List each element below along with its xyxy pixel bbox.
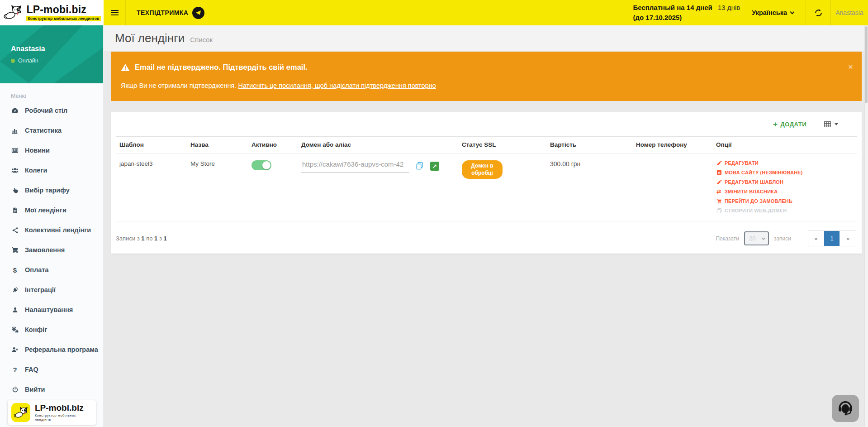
user-plus-icon [11,346,19,353]
svg-text:A: A [718,171,721,175]
edit-icon [716,179,722,185]
landings-table: Шаблон Назва Активно Домен або аліас Ста… [116,136,857,221]
dog-logo-icon [11,403,30,422]
scrollbar-thumb[interactable] [865,26,868,103]
option-go-to-orders[interactable]: ПЕРЕЙТИ ДО ЗАМОВЛЕНЬ [716,198,854,204]
table-footer: Записи з 1 по 1 з 1 Показати 20 записи «… [111,221,862,248]
copy-icon [416,162,423,170]
records-label: записи [774,235,791,242]
dashboard-icon [11,107,19,114]
footer-logo-subtitle: Конструктор мобільних лендінгів [35,413,92,422]
menu-section-label: Меню [0,83,103,101]
topbar-username[interactable]: Anastasia [831,9,868,16]
card-toolbar: + ДОДАТИ [111,112,862,136]
chevron-down-icon [762,236,765,240]
topbar: LP-mobi.biz Конструктор мобильных лендин… [0,0,868,25]
sidebar-item-colleagues[interactable]: Колеги [0,160,103,180]
add-landing-button[interactable]: + ДОДАТИ [773,120,806,128]
telegram-icon [192,7,204,19]
alert-title: Email не підтверджено. Підтвердіть свій … [135,63,308,72]
plug-icon [11,287,19,293]
show-label: Показати [716,235,739,242]
page-subtitle: Список [190,36,213,43]
cell-template: japan-steel3 [116,154,187,221]
plus-icon: + [773,120,778,128]
sidebar-item-news[interactable]: Новини [0,140,103,160]
copy-domain-button[interactable] [416,162,423,172]
chevron-down-icon [790,10,795,14]
support-label: ТЕХПІДТРИМКА [137,9,188,16]
trial-until: (до 17.10.2025) [633,13,740,23]
sidebar-item-statistics[interactable]: Статистика [0,120,103,140]
sidebar-item-faq[interactable]: ? FAQ [0,360,103,379]
logo-subtitle: Конструктор мобильных лендингов [26,16,100,21]
option-site-language[interactable]: A МОВА САЙТУ (НЕЗМІНЮВАНЕ) [716,170,854,175]
users-icon [11,167,19,174]
hand-pointer-icon [11,187,19,194]
clone-icon [716,208,722,213]
open-site-button[interactable]: ↗ [430,162,439,171]
online-status-dot [11,59,15,63]
table-header-row: Шаблон Назва Активно Домен або аліас Ста… [116,137,857,154]
support-chat-button[interactable] [832,395,859,422]
sidebar-item-orders[interactable]: Замовлення [0,240,103,260]
sidebar-item-logout[interactable]: Вийти [0,379,103,399]
logo-title: LP-mobi.biz [26,5,86,15]
sidebar-item-payment[interactable]: $ Оплата [0,260,103,280]
language-select[interactable]: Українська [752,9,794,16]
support-link[interactable]: ТЕХПІДТРИМКА [137,7,204,19]
close-icon[interactable]: × [848,62,853,71]
column-visibility-button[interactable] [824,120,838,128]
active-toggle[interactable] [251,160,271,170]
user-panel: Anastasia Онлайн [0,25,103,83]
sidebar-item-tariff[interactable]: Вибір тарифу [0,180,103,200]
page-size-select[interactable]: 20 [744,231,769,245]
caret-down-icon [835,123,838,125]
col-price: Вартість [546,137,632,154]
sidebar-item-referral[interactable]: Реферальна програма [0,340,103,360]
option-edit[interactable]: РЕДАГУВАТИ [716,160,854,166]
sidebar-item-collective-landings[interactable]: Колективні лендінги [0,220,103,240]
col-phone: Номер телефону [632,137,712,154]
dollar-icon: $ [11,266,19,274]
headset-icon [837,400,854,417]
cart-icon [716,198,722,204]
trial-days-left: 13 днів [718,4,740,11]
resend-confirmation-link[interactable]: Натисніть це посилання, щоб надіслати пі… [238,82,436,89]
external-link-icon: ↗ [432,163,437,169]
option-change-owner[interactable]: ⇄ ЗМІНИТИ ВЛАСНИКА [716,189,854,194]
table-row: japan-steel3 My Store ↗ [116,154,857,221]
sidebar-item-integrations[interactable]: Інтеграції [0,280,103,300]
pagination-page-1-button[interactable]: 1 [824,231,840,246]
refresh-button[interactable] [806,0,830,25]
col-template: Шаблон [116,137,187,154]
pagination-prev-button[interactable]: « [808,231,824,246]
sidebar-menu: Робочий стіл Статистика Новини Колеги Ви… [0,101,103,399]
refresh-icon [814,9,823,17]
page-title: Мої лендінги [115,31,185,45]
sidebar-username: Anastasia [11,45,103,53]
option-create-web-domain: СТВОРИТИ WEB-ДОМЕН [716,208,854,213]
pagination-next-button[interactable]: » [840,231,856,246]
trial-info: Бесплатный на 14 дней 13 днів (до 17.10.… [633,3,740,23]
page-scrollbar [864,25,868,427]
cart-icon [11,246,19,254]
exchange-icon: ⇄ [716,189,722,194]
col-name: Назва [187,137,248,154]
domain-input[interactable] [301,160,409,173]
sidebar-item-dashboard[interactable]: Робочий стіл [0,101,103,120]
app-logo[interactable]: LP-mobi.biz Конструктор мобильных лендин… [0,0,104,25]
question-icon: ? [11,366,19,374]
sidebar-item-settings[interactable]: Налаштування [0,300,103,320]
sidebar-toggle-button[interactable] [104,0,126,25]
topbar-yellow: ТЕХПІДТРИМКА Бесплатный на 14 дней 13 дн… [104,0,868,25]
email-alert: Email не підтверджено. Підтвердіть свій … [111,52,862,101]
share-icon [11,227,19,234]
option-edit-template[interactable]: РЕДАГУВАТИ ШАБЛОН [716,179,854,185]
col-domain: Домен або аліас [298,137,458,154]
newspaper-icon [11,147,19,154]
sidebar-item-my-landings[interactable]: Мої лендінги [0,200,103,220]
sidebar-item-config[interactable]: Конфіг [0,320,103,340]
edit-icon [716,160,722,166]
sidebar-footer-logo[interactable]: LP-mobi.biz Конструктор мобільних лендін… [8,400,96,425]
